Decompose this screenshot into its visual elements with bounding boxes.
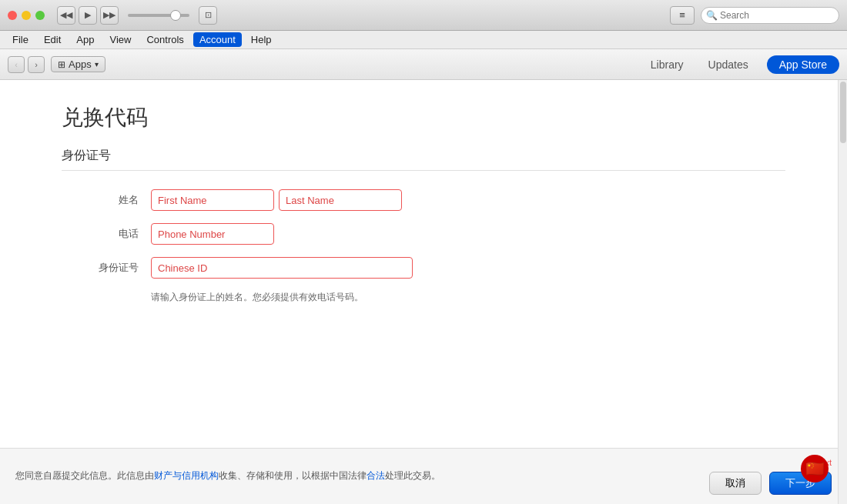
phone-row: 电话 <box>62 223 785 245</box>
search-wrapper: 🔍 <box>701 7 839 24</box>
hint-text: 请输入身份证上的姓名。您必须提供有效电话号码。 <box>151 291 785 304</box>
first-name-input[interactable] <box>151 189 274 211</box>
maximize-button[interactable] <box>35 11 45 20</box>
nav-tabs: Library Updates App Store <box>644 55 839 74</box>
playback-controls: ◀◀ ▶ ▶▶ ⊡ <box>57 6 217 25</box>
nav-arrows: ‹ › <box>8 56 45 73</box>
titlebar-right: ≡ 🔍 <box>670 6 839 25</box>
nav-back-button[interactable]: ‹ <box>8 56 25 73</box>
back-icon: ‹ <box>15 60 18 69</box>
window-controls <box>8 11 45 20</box>
display-icon: ⊡ <box>205 10 212 20</box>
nav-forward-button[interactable]: › <box>28 56 45 73</box>
name-label: 姓名 <box>62 193 139 207</box>
name-row: 姓名 <box>62 189 785 211</box>
display-button[interactable]: ⊡ <box>199 6 217 25</box>
fast-forward-button[interactable]: ▶▶ <box>100 6 119 25</box>
apps-icon: ⊞ <box>58 59 65 70</box>
scrollbar-thumb[interactable] <box>840 82 846 143</box>
page-title: 兑换代码 <box>62 103 785 132</box>
titlebar: ◀◀ ▶ ▶▶ ⊡ ≡ 🔍 <box>0 0 847 31</box>
content-inner: 兑换代码 身份证号 姓名 电话 身份证号 请输入身份证上的姓名。您必须提供有效电… <box>0 80 847 448</box>
bottom-text-middle: 收集、存储和使用，以根据中国法律 <box>219 470 367 481</box>
minimize-button[interactable] <box>22 11 31 20</box>
search-input[interactable] <box>701 7 839 24</box>
chinese-id-input[interactable] <box>151 257 413 279</box>
bottom-text: 您同意自愿提交此信息。此信息由财产与信用机构收集、存储和使用，以根据中国法律合法… <box>15 469 709 483</box>
phone-input[interactable] <box>151 223 274 245</box>
play-button[interactable]: ▶ <box>79 6 97 25</box>
content-area: 兑换代码 身份证号 姓名 电话 身份证号 请输入身份证上的姓名。您必须提供有效电… <box>0 80 847 504</box>
menu-edit[interactable]: Edit <box>38 32 67 47</box>
china-flag-icon: 🇨🇳 <box>801 455 829 482</box>
list-view-button[interactable]: ≡ <box>670 6 695 25</box>
progress-slider[interactable] <box>128 14 189 17</box>
tab-library[interactable]: Library <box>644 55 690 74</box>
rewind-button[interactable]: ◀◀ <box>57 6 75 25</box>
navbar: ‹ › ⊞ Apps ▾ Library Updates App Store <box>0 49 847 80</box>
section-title: 身份证号 <box>62 148 785 171</box>
scrollbar[interactable] <box>838 80 847 504</box>
menu-help[interactable]: Help <box>245 32 278 47</box>
menu-app[interactable]: App <box>70 32 100 47</box>
bottom-link-institution[interactable]: 财产与信用机构 <box>154 470 219 481</box>
phone-label: 电话 <box>62 227 139 241</box>
bottom-bar: 您同意自愿提交此信息。此信息由财产与信用机构收集、存储和使用，以根据中国法律合法… <box>0 448 847 504</box>
id-label: 身份证号 <box>62 261 139 275</box>
cancel-button[interactable]: 取消 <box>709 472 762 495</box>
menu-account[interactable]: Account <box>193 32 242 47</box>
bottom-link-legal[interactable]: 合法 <box>367 470 385 481</box>
play-icon: ▶ <box>85 10 91 20</box>
close-button[interactable] <box>8 11 17 20</box>
last-name-input[interactable] <box>279 189 402 211</box>
menu-view[interactable]: View <box>104 32 138 47</box>
dropdown-icon: ▾ <box>95 60 99 68</box>
search-icon: 🔍 <box>706 10 718 21</box>
bottom-text-before: 您同意自愿提交此信息。此信息由 <box>15 470 154 481</box>
bottom-text-after: 处理此交易。 <box>385 470 440 481</box>
menu-file[interactable]: File <box>6 32 35 47</box>
apps-label: Apps <box>69 58 92 70</box>
menu-controls[interactable]: Controls <box>140 32 189 47</box>
fast-forward-icon: ▶▶ <box>103 10 116 20</box>
slider-thumb <box>170 10 181 21</box>
flag-emoji: 🇨🇳 <box>805 459 825 478</box>
tab-appstore[interactable]: App Store <box>767 55 839 74</box>
id-row: 身份证号 <box>62 257 785 279</box>
menubar: File Edit App View Controls Account Help <box>0 31 847 49</box>
tab-updates[interactable]: Updates <box>702 55 755 74</box>
forward-icon: › <box>35 60 38 69</box>
list-icon: ≡ <box>679 9 685 21</box>
apps-dropdown[interactable]: ⊞ Apps ▾ <box>51 56 105 72</box>
rewind-icon: ◀◀ <box>60 10 72 20</box>
name-group <box>151 189 402 211</box>
